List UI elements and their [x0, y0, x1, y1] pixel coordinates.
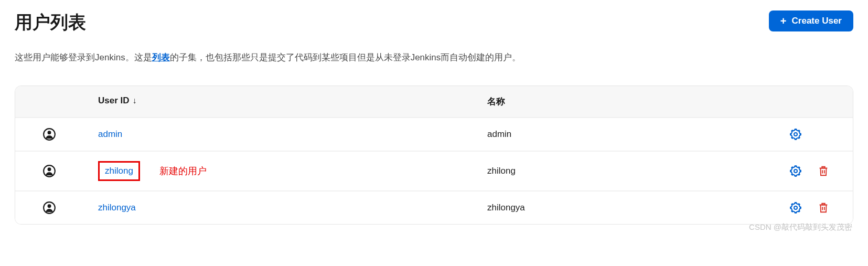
table-header: User ID↓ 名称 — [15, 86, 853, 117]
user-id-cell: zhilongya — [83, 203, 487, 213]
users-table: User ID↓ 名称 adminadmin zhilong新建的用户zhilo… — [15, 86, 853, 225]
column-header-userid[interactable]: User ID↓ — [15, 95, 487, 108]
plus-icon: + — [780, 16, 787, 26]
user-id-cell: admin — [83, 129, 487, 140]
gear-icon[interactable] — [789, 201, 802, 214]
sort-arrow-icon: ↓ — [133, 96, 137, 105]
svg-point-7 — [48, 204, 51, 208]
user-name-cell: zhilongya — [487, 203, 749, 213]
user-icon — [15, 127, 83, 141]
gear-icon[interactable] — [789, 165, 802, 177]
table-row: adminadmin — [15, 117, 853, 151]
actions-cell — [749, 165, 853, 177]
svg-point-5 — [794, 169, 797, 173]
svg-point-4 — [48, 167, 51, 171]
user-link[interactable]: admin — [98, 129, 122, 139]
table-row: zhilong新建的用户zhilong — [15, 151, 853, 190]
gear-icon[interactable] — [789, 128, 802, 141]
create-user-label: Create User — [792, 16, 842, 26]
svg-point-2 — [794, 133, 797, 136]
trash-icon[interactable] — [818, 201, 829, 214]
svg-point-8 — [794, 206, 797, 209]
list-link[interactable]: 列表 — [152, 52, 170, 62]
watermark: CSDN @敲代码敲到头发茂密 — [749, 222, 852, 232]
annotation-label: 新建的用户 — [159, 165, 207, 177]
user-name-cell: zhilong — [487, 166, 749, 176]
user-name-cell: admin — [487, 129, 749, 140]
user-icon — [15, 164, 83, 178]
column-header-name[interactable]: 名称 — [487, 95, 749, 108]
page-description: 这些用户能够登录到Jenkins。这是列表的子集，也包括那些只是提交了代码到某些… — [15, 50, 853, 65]
user-icon — [15, 201, 83, 215]
actions-cell — [749, 201, 853, 214]
table-row: zhilongyazhilongya — [15, 190, 853, 224]
trash-icon[interactable] — [818, 165, 829, 177]
create-user-button[interactable]: + Create User — [769, 10, 853, 31]
user-id-cell: zhilong — [83, 161, 487, 181]
actions-cell — [749, 128, 853, 141]
page-title: 用户列表 — [15, 10, 86, 35]
svg-point-1 — [48, 131, 51, 134]
user-link[interactable]: zhilong — [98, 161, 140, 181]
user-link[interactable]: zhilongya — [98, 203, 136, 212]
